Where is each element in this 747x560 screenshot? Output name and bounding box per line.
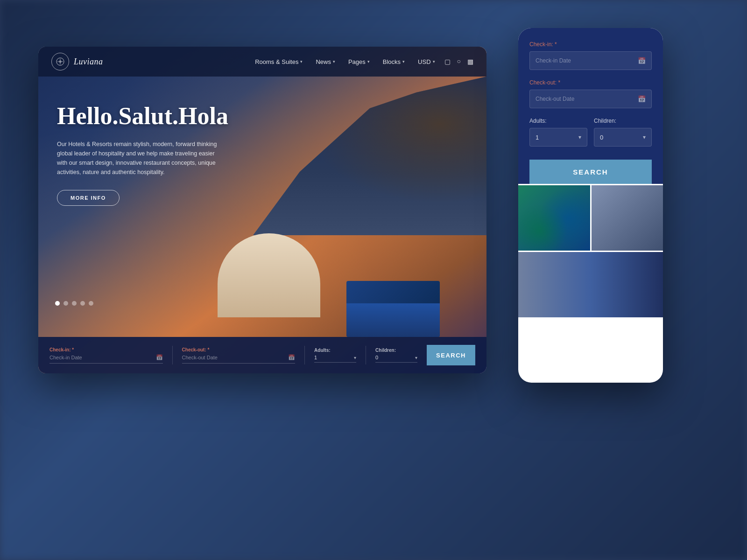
adults-chevron-icon: ▾ <box>578 134 581 141</box>
mobile-mockup: Check-in: * Check-in Date 📅 Check-out: *… <box>518 28 663 383</box>
adults-dropdown-icon: ▾ <box>354 355 356 360</box>
children-dropdown-icon: ▾ <box>415 355 417 360</box>
mobile-checkout-label: Check-out: * <box>529 79 652 86</box>
slide-dot-2[interactable] <box>63 301 68 306</box>
chevron-down-icon: ▾ <box>333 59 335 64</box>
nav-pages[interactable]: Pages ▾ <box>348 58 370 65</box>
slide-dot-4[interactable] <box>80 301 85 306</box>
nav-currency[interactable]: USD ▾ <box>418 58 435 65</box>
chevron-down-icon: ▾ <box>300 59 303 64</box>
logo-icon <box>55 56 65 67</box>
mobile-checkout-input[interactable]: Check-out Date 📅 <box>529 90 652 108</box>
mobile-adults-select[interactable]: 1 ▾ <box>529 128 587 147</box>
mobile-checkin-label: Check-in: * <box>529 41 652 48</box>
hero-content: Hello.Salut.Hola Our Hotels & Resorts re… <box>57 103 228 206</box>
navbar: Luviana Rooms & Suites ▾ News ▾ Pages ▾ … <box>38 47 486 77</box>
instagram-icon[interactable]: ▢ <box>444 58 451 66</box>
logo-circle <box>51 53 69 70</box>
foursquare-icon[interactable]: ▩ <box>467 58 473 66</box>
checkout-input-row: Check-out Date 📅 <box>182 354 296 364</box>
checkin-input[interactable]: Check-in Date <box>49 355 153 360</box>
mobile-children-label: Children: <box>594 118 652 124</box>
mobile-checkin-group: Check-in: * Check-in Date 📅 <box>529 41 652 70</box>
chevron-down-icon: ▾ <box>402 59 405 64</box>
checkin-label: Check-in: * <box>49 347 163 352</box>
search-bar: Check-in: * Check-in Date 📅 Check-out: *… <box>38 337 486 373</box>
adults-select-row: 1 ▾ <box>314 355 356 363</box>
adults-label: Adults: <box>314 348 356 353</box>
nav-social-icons: ▢ ○ ▩ <box>444 58 473 66</box>
children-value[interactable]: 0 <box>375 355 415 360</box>
adults-value[interactable]: 1 <box>314 355 354 360</box>
nav-blocks[interactable]: Blocks ▾ <box>383 58 405 65</box>
slider-dots <box>55 301 93 306</box>
calendar-icon-2: 📅 <box>288 354 295 361</box>
mobile-checkout-group: Check-out: * Check-out Date 📅 <box>529 79 652 108</box>
resort-photo <box>518 252 663 317</box>
divider-2 <box>304 346 305 364</box>
nav-rooms-suites[interactable]: Rooms & Suites ▾ <box>255 58 303 65</box>
hotel-photo <box>592 185 663 251</box>
nav-links: Rooms & Suites ▾ News ▾ Pages ▾ Blocks ▾… <box>255 58 435 65</box>
mobile-calendar-icon-1: 📅 <box>638 57 646 65</box>
divider-1 <box>172 346 173 364</box>
mobile-photo-grid <box>518 185 663 317</box>
checkin-input-row: Check-in Date 📅 <box>49 354 163 364</box>
desktop-mockup: Luviana Rooms & Suites ▾ News ▾ Pages ▾ … <box>38 47 486 373</box>
chevron-down-icon: ▾ <box>433 59 435 64</box>
hero-title: Hello.Salut.Hola <box>57 103 228 129</box>
mobile-guests-row: Adults: 1 ▾ Children: 0 ▾ <box>529 118 652 147</box>
adults-field-group: Adults: 1 ▾ <box>314 348 356 363</box>
photo-cell-3 <box>518 252 663 317</box>
mobile-adults-label: Adults: <box>529 118 587 124</box>
mobile-adults-group: Adults: 1 ▾ <box>529 118 587 147</box>
tripadvisor-icon[interactable]: ○ <box>457 58 461 65</box>
children-field-group: Children: 0 ▾ <box>375 348 417 363</box>
mobile-children-select[interactable]: 0 ▾ <box>594 128 652 147</box>
mobile-calendar-icon-2: 📅 <box>638 95 646 103</box>
photo-cell-2 <box>592 185 663 251</box>
divider-3 <box>366 346 366 364</box>
slide-dot-3[interactable] <box>72 301 77 306</box>
slide-dot-1[interactable] <box>55 301 60 306</box>
children-chevron-icon: ▾ <box>643 134 646 141</box>
mobile-checkin-input[interactable]: Check-in Date 📅 <box>529 51 652 70</box>
mobile-children-group: Children: 0 ▾ <box>594 118 652 147</box>
pool-area <box>346 281 440 337</box>
checkout-field-group: Check-out: * Check-out Date 📅 <box>182 347 296 364</box>
photo-cell-1 <box>518 185 590 251</box>
mobile-booking-form: Check-in: * Check-in Date 📅 Check-out: *… <box>518 28 663 184</box>
pool-water <box>346 303 440 337</box>
children-select-row: 0 ▾ <box>375 355 417 363</box>
logo-area[interactable]: Luviana <box>51 53 103 70</box>
checkin-field-group: Check-in: * Check-in Date 📅 <box>49 347 163 364</box>
calendar-icon: 📅 <box>156 354 163 361</box>
chevron-down-icon: ▾ <box>367 59 370 64</box>
slide-dot-5[interactable] <box>89 301 93 306</box>
mobile-search-button[interactable]: SEARCH <box>529 160 652 184</box>
logo-name: Luviana <box>74 57 103 67</box>
nav-news[interactable]: News ▾ <box>316 58 335 65</box>
children-label: Children: <box>375 348 417 353</box>
hero-description: Our Hotels & Resorts remain stylish, mod… <box>57 140 225 177</box>
pool-photo <box>518 185 590 251</box>
search-button[interactable]: SEARCH <box>427 345 475 365</box>
checkout-input[interactable]: Check-out Date <box>182 355 286 360</box>
more-info-button[interactable]: MORE INFO <box>57 190 120 206</box>
checkout-label: Check-out: * <box>182 347 296 352</box>
